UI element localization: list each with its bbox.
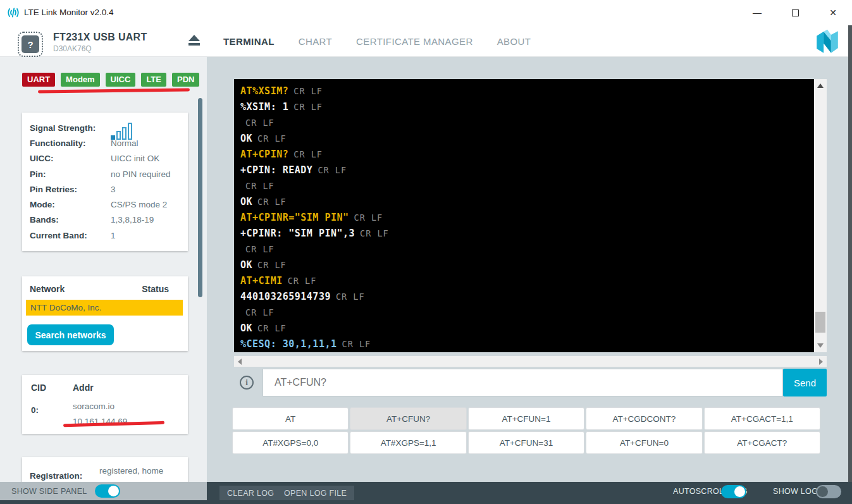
- info-icon[interactable]: i: [240, 376, 254, 390]
- status-row-value: no PIN required: [111, 169, 171, 179]
- badge-lte: LTE: [141, 73, 166, 87]
- terminal-line: CR LF: [240, 114, 808, 130]
- terminal-segment-resp: 440103265914739: [240, 291, 331, 302]
- terminal-segment-ctrl: CR LF: [257, 133, 287, 144]
- terminal-log[interactable]: AT%XSIM?CR LF%XSIM: 1CR LFCR LFOKCR LFAT…: [234, 79, 814, 352]
- tab-certificate-manager[interactable]: CERTIFICATE MANAGER: [356, 36, 473, 47]
- terminal-line: CR LF: [240, 178, 808, 194]
- terminal-line: AT+CPIN?CR LF: [240, 146, 808, 162]
- minimize-button[interactable]: —: [738, 0, 776, 25]
- status-row: Mode:CS/PS mode 2: [30, 197, 180, 212]
- device-name[interactable]: FT231X USB UART: [53, 32, 147, 43]
- terminal-line: OKCR LF: [240, 194, 808, 209]
- scroll-up-arrow-icon[interactable]: [817, 83, 824, 88]
- terminal-segment-resp: OK: [240, 133, 252, 144]
- status-badges: UARTModemUICCLTEPDN: [22, 73, 199, 87]
- terminal-scrollbar-thumb[interactable]: [815, 312, 825, 333]
- show-side-panel-label: SHOW SIDE PANEL: [11, 487, 87, 496]
- status-row-value: 3: [111, 185, 116, 194]
- macro-at+cfun=0[interactable]: AT+CFUN=0: [586, 431, 702, 454]
- show-log-label: SHOW LOG: [773, 487, 818, 496]
- terminal-segment-ctrl: CR LF: [336, 292, 365, 302]
- macro-at+cgact=1,1[interactable]: AT+CGACT=1,1: [704, 407, 820, 430]
- device-serial: D30AK76Q: [53, 44, 92, 53]
- tab-terminal[interactable]: TERMINAL: [223, 36, 275, 47]
- send-button[interactable]: Send: [783, 369, 827, 396]
- registration-label: Registration:: [30, 464, 99, 481]
- terminal-segment-ctrl: CR LF: [245, 244, 275, 254]
- sidebar-scrollbar-thumb[interactable]: [198, 98, 202, 297]
- terminal-line: 440103265914739CR LF: [240, 288, 808, 304]
- status-row: Bands:1,3,8,18-19: [30, 212, 180, 228]
- terminal-line: OKCR LF: [240, 257, 808, 273]
- terminal-line: AT%XSIM?CR LF: [240, 83, 808, 99]
- terminal-segment-resp: OK: [240, 196, 252, 207]
- status-row-value: UICC init OK: [111, 154, 159, 163]
- tab-about[interactable]: ABOUT: [497, 36, 531, 47]
- status-row: Functionality:Normal: [30, 135, 180, 151]
- app-antenna-icon: [6, 6, 20, 20]
- terminal-line: +CPINR: "SIM PIN",3CR LF: [240, 225, 808, 241]
- device-chip-icon[interactable]: ?: [18, 32, 43, 57]
- terminal-line: CR LF: [240, 304, 808, 320]
- macro-at+cgdcont?[interactable]: AT+CGDCONT?: [586, 407, 702, 430]
- window-right-scroll-strip[interactable]: [848, 25, 852, 504]
- search-networks-button[interactable]: Search networks: [27, 324, 114, 345]
- operator-row[interactable]: NTT DoCoMo, Inc.: [26, 300, 183, 316]
- macro-at+cgact?[interactable]: AT+CGACT?: [704, 431, 820, 454]
- scroll-down-arrow-icon[interactable]: [817, 343, 824, 348]
- clear-log-button[interactable]: CLEAR LOG: [219, 486, 281, 500]
- terminal-line: OKCR LF: [240, 320, 808, 336]
- terminal-segment-ctrl: CR LF: [342, 339, 371, 349]
- maximize-button[interactable]: [776, 0, 814, 25]
- macro-at#xgps=0,0[interactable]: AT#XGPS=0,0: [232, 431, 349, 454]
- status-row: UICC:UICC init OK: [30, 151, 180, 166]
- status-row: Current Band:1: [30, 228, 180, 243]
- terminal-segment-ctrl: CR LF: [288, 276, 317, 286]
- status-row-value: 1: [111, 231, 116, 240]
- window-title: LTE Link Monitor v2.0.4: [24, 8, 114, 17]
- terminal-segment-resp: OK: [240, 323, 252, 334]
- scroll-left-arrow-icon[interactable]: [238, 359, 242, 365]
- badge-pdn: PDN: [172, 73, 199, 87]
- terminal-segment-cmd: AT+CIMI: [240, 275, 283, 286]
- show-log-toggle[interactable]: [816, 485, 841, 498]
- terminal-segment-resp: OK: [240, 259, 252, 271]
- scroll-right-arrow-icon[interactable]: [819, 359, 823, 365]
- macro-at+cfun?[interactable]: AT+CFUN?: [350, 407, 466, 430]
- at-command-input[interactable]: [262, 369, 783, 396]
- status-row-label: UICC:: [30, 154, 111, 163]
- terminal-segment-info: %CESQ: 30,1,11,1: [240, 338, 337, 350]
- status-row-label: Functionality:: [30, 138, 111, 148]
- maximize-icon: [792, 9, 799, 16]
- terminal-segment-ctrl: CR LF: [245, 307, 275, 317]
- show-side-panel-toggle[interactable]: [95, 484, 120, 498]
- terminal-segment-ctrl: CR LF: [293, 149, 323, 159]
- open-log-file-button[interactable]: OPEN LOG FILE: [276, 486, 354, 500]
- tab-chart[interactable]: CHART: [299, 36, 332, 47]
- macro-at+cfun=31[interactable]: AT+CFUN=31: [468, 431, 584, 454]
- close-button[interactable]: ✕: [814, 0, 852, 25]
- status-row-label: Signal Strength:: [30, 123, 111, 133]
- eject-device-icon[interactable]: [187, 35, 201, 47]
- status-row-value: CS/PS mode 2: [111, 200, 167, 209]
- terminal-segment-ctrl: CR LF: [354, 212, 383, 223]
- terminal-line: AT+CPINR="SIM PIN"CR LF: [240, 209, 808, 225]
- autoscroll-log-toggle[interactable]: [721, 485, 746, 498]
- terminal-vertical-scrollbar[interactable]: [814, 79, 827, 352]
- terminal-segment-ctrl: CR LF: [293, 102, 323, 112]
- macro-at[interactable]: AT: [232, 407, 349, 430]
- macro-command-grid: ATAT+CFUN?AT+CFUN=1AT+CGDCONT?AT+CGACT=1…: [232, 407, 820, 454]
- badge-uicc: UICC: [106, 73, 136, 87]
- macro-at#xgps=1,1[interactable]: AT#XGPS=1,1: [350, 431, 466, 454]
- terminal-segment-ctrl: CR LF: [293, 86, 323, 96]
- registration-value: registered, home: [99, 464, 163, 481]
- lte-link-monitor-window: LTE Link Monitor v2.0.4 — ✕ ? FT231X USB…: [0, 0, 852, 504]
- status-row-value: Normal: [111, 138, 139, 148]
- status-row: Pin Retries:3: [30, 181, 180, 197]
- terminal-horizontal-scrollbar[interactable]: [234, 356, 827, 367]
- terminal-segment-cmd: AT%XSIM?: [240, 85, 288, 97]
- macro-at+cfun=1[interactable]: AT+CFUN=1: [468, 407, 584, 430]
- badge-uart: UART: [22, 73, 55, 87]
- status-row-label: Current Band:: [30, 231, 111, 240]
